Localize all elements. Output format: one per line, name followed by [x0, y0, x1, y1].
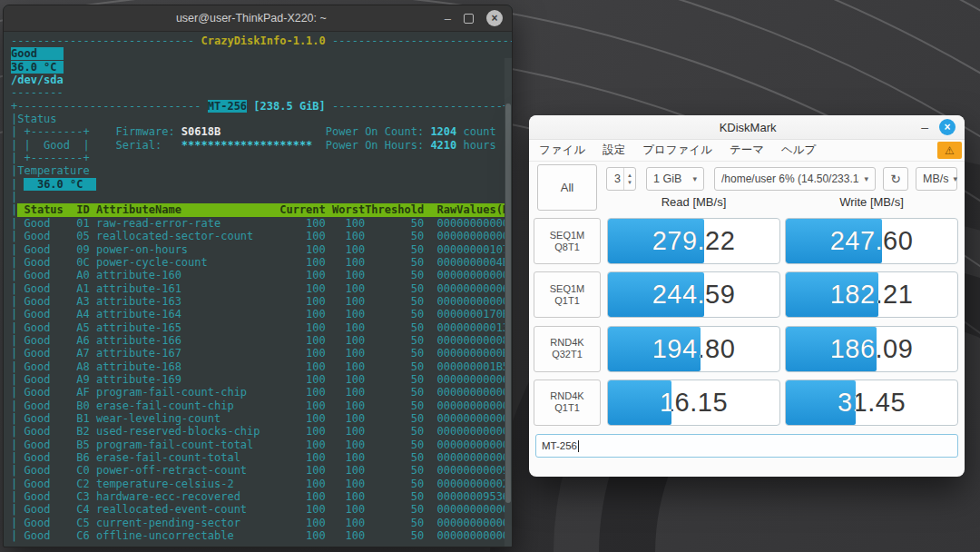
- terminal-text-segment: 4210: [430, 139, 456, 152]
- test-label-button[interactable]: SEQ1MQ8T1: [534, 218, 601, 264]
- smart-table-row-text: Good A5 attribute-165 100 100 50 0000000…: [17, 321, 509, 334]
- terminal-text-segment: 36.0 °C: [24, 178, 95, 191]
- loop-count-value: 3: [614, 172, 621, 185]
- kdiskmark-close-button[interactable]: ×: [939, 119, 956, 135]
- smart-table-row: | Good C6 offline-uncorrectable 100 100 …: [11, 529, 512, 542]
- terminal-scrollbar[interactable]: [505, 58, 512, 547]
- close-icon: ×: [491, 12, 497, 25]
- terminal-text-segment: Firmware:: [116, 125, 181, 138]
- spinner-up-icon[interactable]: ▲: [624, 172, 635, 179]
- test-row: SEQ1MQ8T1279.22279.22247.60247.60: [529, 218, 965, 264]
- refresh-button[interactable]: ↻: [883, 167, 908, 191]
- menu-item-settings[interactable]: 設定: [603, 143, 625, 158]
- read-bar: 279.22279.22: [607, 218, 780, 264]
- test-name-line1: RND4K: [550, 390, 583, 402]
- test-name-line2: Q8T1: [554, 242, 580, 253]
- smart-table-row-text: Good C2 temperature-celsius-2 100 100 50…: [17, 478, 509, 490]
- test-label-button[interactable]: RND4KQ32T1: [534, 326, 601, 372]
- spinner-arrows[interactable]: ▲ ▼: [623, 168, 635, 190]
- chevron-down-icon: ▾: [688, 174, 697, 183]
- smart-table-row: | Good A5 attribute-165 100 100 50 00000…: [11, 321, 512, 334]
- smart-table-row: | Good 09 power-on-hours 100 100 50 0000…: [11, 243, 512, 256]
- chevron-down-icon: ▾: [859, 174, 868, 183]
- smart-table-row: | Good B2 used-reserved-blocks-chip 100 …: [11, 425, 512, 438]
- terminal-line: | 36.0 °C: [11, 178, 512, 191]
- kdiskmark-titlebar[interactable]: KDiskMark – ×: [529, 115, 965, 140]
- kdiskmark-window: KDiskMark – × ファイル 設定 プロファイル テーマ ヘルプ ⚠ A…: [529, 115, 965, 477]
- smart-table-row-text: Good C6 offline-uncorrectable 100 100 50…: [17, 529, 509, 542]
- smart-table-row: | Good 0C power-cycle-count 100 100 50 0…: [11, 256, 512, 269]
- kdiskmark-minimize-button[interactable]: –: [921, 120, 928, 134]
- terminal-text-segment: Serial:: [116, 139, 181, 152]
- terminal-text-segment: /dev/sda: [11, 74, 64, 86]
- terminal-title: user@user-ThinkPad-X220: ~: [4, 12, 436, 25]
- terminal-text-segment: Power On Count:: [326, 125, 431, 138]
- test-name-line1: RND4K: [550, 337, 583, 349]
- menu-item-help[interactable]: ヘルプ: [781, 143, 816, 158]
- warning-icon: ⚠: [945, 144, 955, 157]
- terminal-text-segment: 1204: [430, 125, 456, 138]
- block-size-select[interactable]: 1 GiB ▾: [646, 167, 704, 191]
- block-size-value: 1 GiB: [653, 172, 681, 185]
- smart-table-row: | Good B1 wear-leveling-count 100 100 50…: [11, 412, 512, 425]
- smart-table-row-text: Good A7 attribute-167 100 100 50 0000000…: [17, 347, 509, 360]
- smart-table-row: | Good AF program-fail-count-chip 100 10…: [11, 386, 512, 399]
- smart-table-row: | Good 05 reallocated-sector-count 100 1…: [11, 230, 512, 242]
- terminal-text-segment: +----------------------------: [11, 100, 208, 113]
- terminal-line: --------: [11, 86, 512, 99]
- terminal-text-segment: [312, 139, 325, 152]
- smart-table-row-text: Good A9 attribute-169 100 100 50 0000000…: [17, 373, 509, 386]
- test-name-line1: SEQ1M: [550, 230, 585, 242]
- smart-table-row-text: Good 0C power-cycle-count 100 100 50 000…: [17, 256, 509, 269]
- terminal-text-segment: Power On Hours:: [326, 139, 431, 152]
- terminal-text-segment: |: [11, 178, 24, 191]
- smart-table-row: | Good C0 power-off-retract-count 100 10…: [11, 464, 512, 477]
- terminal-text-segment: |: [11, 191, 17, 203]
- test-row: RND4KQ32T1194.80194.80186.09186.09: [529, 326, 965, 372]
- unit-select[interactable]: MB/s ▾: [916, 167, 957, 191]
- test-label-button[interactable]: RND4KQ1T1: [534, 380, 601, 426]
- read-bar: 244.59244.59: [607, 271, 780, 318]
- loop-count-spinner[interactable]: 3 ▲ ▼: [606, 167, 636, 191]
- terminal-text-segment: --------: [11, 86, 64, 99]
- name-input[interactable]: MT-256: [535, 434, 958, 458]
- smart-table-row-text: Good 05 reallocated-sector-count 100 100…: [17, 230, 509, 242]
- terminal-titlebar[interactable]: user@user-ThinkPad-X220: ~ – ×: [4, 5, 512, 32]
- name-input-value: MT-256: [542, 440, 577, 451]
- terminal-minimize-button[interactable]: –: [445, 13, 451, 25]
- terminal-body: ---------------------------- CrazyDiskIn…: [4, 32, 512, 547]
- spinner-down-icon[interactable]: ▼: [624, 179, 635, 186]
- smart-table-row: | Good A3 attribute-163 100 100 50 00000…: [11, 295, 512, 308]
- desktop: user@user-ThinkPad-X220: ~ – × ---------…: [0, 0, 980, 552]
- write-column-label: Write [MB/s]: [785, 195, 958, 209]
- smart-table-row: | Good A6 attribute-166 100 100 50 00000…: [11, 334, 512, 347]
- maximize-icon: [464, 14, 474, 24]
- terminal-text-segment: [238.5 GiB]: [253, 100, 325, 113]
- test-label-button[interactable]: SEQ1MQ1T1: [534, 271, 601, 318]
- terminal-scrollbar-thumb[interactable]: [505, 104, 511, 503]
- smart-table-row: | Good B6 erase-fail-count-total 100 100…: [11, 451, 512, 464]
- terminal-text-segment: hours: [456, 139, 495, 152]
- smart-table-row: | Good A9 attribute-169 100 100 50 00000…: [11, 373, 512, 386]
- menu-item-profile[interactable]: プロファイル: [642, 143, 712, 158]
- smart-table-row-text: Good B0 erase-fail-count-chip 100 100 50…: [17, 399, 509, 412]
- smart-table-row: | Good A4 attribute-164 100 100 50 00000…: [11, 308, 512, 320]
- smart-table-row-text: Good AF program-fail-count-chip 100 100 …: [17, 386, 509, 399]
- menu-item-file[interactable]: ファイル: [539, 143, 585, 158]
- terminal-line: |: [11, 191, 512, 203]
- target-value: /home/user 6% (14.50/233.18 G: [721, 172, 859, 185]
- smart-table-row-text: Good A8 attribute-168 100 100 50 0000000…: [17, 360, 509, 373]
- all-button[interactable]: All: [537, 164, 597, 211]
- warning-button[interactable]: ⚠: [937, 142, 962, 159]
- target-select[interactable]: /home/user 6% (14.50/233.18 G ▾: [714, 167, 876, 191]
- menu-item-theme[interactable]: テーマ: [730, 143, 764, 158]
- terminal-text-segment: 36.0 °C: [11, 61, 64, 74]
- test-name-line1: SEQ1M: [550, 283, 585, 295]
- terminal-close-button[interactable]: ×: [486, 10, 503, 26]
- smart-table-row-text: Good C5 current-pending-sector 100 100 5…: [17, 517, 509, 529]
- smart-table-row-text: Good B5 program-fail-count-total 100 100…: [17, 439, 509, 451]
- terminal-text-segment: ----------------------------: [11, 34, 201, 47]
- kdiskmark-title: KDiskMark: [529, 121, 912, 134]
- terminal-line: Good: [11, 47, 512, 60]
- terminal-maximize-button[interactable]: [464, 14, 474, 24]
